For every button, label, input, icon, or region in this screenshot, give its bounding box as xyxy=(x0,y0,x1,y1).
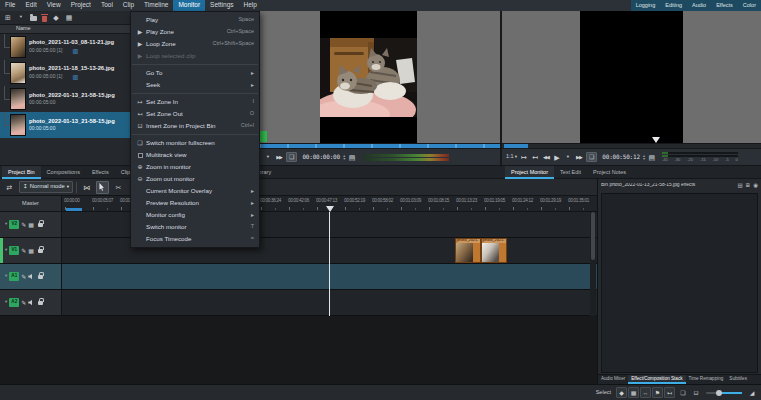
track-header-a1[interactable]: ▾A1✎ xyxy=(0,264,62,289)
view-mode-icon[interactable]: ▦ xyxy=(65,14,73,21)
menu-item-switch-monitor[interactable]: Switch monitorT xyxy=(131,221,259,233)
video-thumbnails-icon[interactable]: ▦ xyxy=(628,387,639,398)
set-zone-in-icon[interactable]: ↦ xyxy=(520,154,528,161)
spin-down-icon[interactable]: ▾ xyxy=(643,157,645,160)
expand-icon[interactable]: ◢ xyxy=(747,390,757,396)
switch-fullscreen-icon[interactable]: ❏ xyxy=(286,152,297,162)
spin-down-icon[interactable]: ▾ xyxy=(343,157,345,160)
add-clip-dropdown-icon[interactable]: ▾ xyxy=(17,15,25,20)
menu-item-switch-monitor-fullscreen[interactable]: ❏Switch monitor fullscreen xyxy=(131,137,259,149)
edit-mode-select[interactable]: ↧ Normal mode ▾ xyxy=(19,181,73,193)
monitor-zoom-select[interactable]: 1:1 ▾ xyxy=(506,154,517,160)
selection-tool-icon[interactable] xyxy=(96,181,109,194)
save-effect-stack-icon[interactable]: ▤ xyxy=(737,183,742,189)
tab-project-notes[interactable]: Project Notes xyxy=(587,166,632,179)
zoom-fit-project-icon[interactable]: ❏ xyxy=(678,390,688,396)
tab-project-bin[interactable]: Project Bin xyxy=(2,166,41,179)
fit-zoom-icon[interactable]: ↤ xyxy=(664,387,675,398)
snap-icon[interactable]: ⚑ xyxy=(652,387,663,398)
playhead-marker[interactable] xyxy=(326,206,334,212)
menu-item-focus-timecode[interactable]: Focus Timecode= xyxy=(131,233,259,245)
create-folder-icon[interactable] xyxy=(30,16,37,21)
workspace-tab-audio[interactable]: Audio xyxy=(687,0,711,11)
menubar-item-clip[interactable]: Clip xyxy=(118,0,139,11)
workspace-tab-effects[interactable]: Effects xyxy=(711,0,738,11)
tag-icon[interactable]: ◆ xyxy=(52,14,60,21)
razor-tool-icon[interactable]: ✂ xyxy=(112,181,125,194)
timeline-vertical-scrollbar[interactable] xyxy=(590,212,596,316)
ruler-label: 00:01:13:23 xyxy=(456,199,477,204)
tab-project-monitor[interactable]: Project Monitor xyxy=(505,166,554,179)
track-settings-icon[interactable]: ⇄ xyxy=(3,181,16,194)
tab-effects[interactable]: Effects xyxy=(86,166,115,179)
menu-item-seek[interactable]: Seek▸ xyxy=(131,79,259,91)
track-header-v1[interactable]: ▾V1✎▦ xyxy=(0,238,62,263)
audio-thumbnails-icon[interactable]: ↔ xyxy=(640,387,651,398)
switch-fullscreen-icon[interactable]: ❏ xyxy=(586,152,597,162)
menubar-item-view[interactable]: View xyxy=(42,0,66,11)
slider-handle[interactable] xyxy=(716,390,722,396)
tab-compositions[interactable]: Compositions xyxy=(41,166,86,179)
delete-clip-icon[interactable] xyxy=(42,16,47,22)
clip-monitor-timecode[interactable]: 00:00:00:00 xyxy=(302,154,340,160)
timecode-spinner[interactable]: ▴▾ xyxy=(643,154,645,160)
zoom-box-icon[interactable]: ⊡ xyxy=(691,390,701,396)
rewind-icon[interactable]: ◀◀ xyxy=(542,155,550,160)
menu-item-set-zone-in[interactable]: ↦Set Zone InI xyxy=(131,96,259,108)
menubar: FileEditViewProjectToolClipTimelineMonit… xyxy=(0,0,761,11)
tab-effect-composition-stack[interactable]: Effect/Composition Stack xyxy=(628,375,685,384)
ruler-label: 00:01:08:15 xyxy=(428,199,449,204)
menu-item-go-to[interactable]: Go To▸ xyxy=(131,67,259,79)
mix-clips-icon[interactable]: ⋈ xyxy=(80,181,93,194)
menubar-item-file[interactable]: File xyxy=(0,0,20,11)
timeline-clip[interactable]: photo_2021- xyxy=(481,238,507,263)
menu-item-monitor-config[interactable]: Monitor config▸ xyxy=(131,209,259,221)
timeline-zone[interactable] xyxy=(66,208,82,211)
project-monitor-timecode[interactable]: 00:00:50:12 xyxy=(602,154,640,160)
forward-icon[interactable]: ▶▶ xyxy=(575,155,583,160)
menubar-item-monitor[interactable]: Monitor xyxy=(173,0,205,11)
menubar-item-tool[interactable]: Tool xyxy=(96,0,118,11)
menu-item-set-zone-out[interactable]: ↤Set Zone OutO xyxy=(131,108,259,120)
timeline-clip[interactable]: photo_2021- xyxy=(455,238,481,263)
scrollbar-thumb[interactable] xyxy=(591,212,595,260)
workspace-tab-logging[interactable]: Logging xyxy=(631,0,661,11)
tab-audio-mixer[interactable]: Audio Mixer xyxy=(598,375,628,384)
set-zone-out-icon[interactable]: ↤ xyxy=(531,154,539,161)
show-markers-icon[interactable]: ◆ xyxy=(616,387,627,398)
workspace-tab-color[interactable]: Color xyxy=(738,0,761,11)
monitor-menu-icon[interactable]: ▤ xyxy=(348,154,356,161)
tab-subtitles[interactable]: Subtitles xyxy=(726,375,750,384)
menubar-item-timeline[interactable]: Timeline xyxy=(139,0,173,11)
play-icon[interactable]: ▶ xyxy=(553,154,561,161)
menubar-item-project[interactable]: Project xyxy=(66,0,96,11)
monitor-menu-icon[interactable]: ▤ xyxy=(648,154,656,161)
forward-icon[interactable]: ▶▶ xyxy=(275,155,283,160)
menu-item-play[interactable]: PlaySpace xyxy=(131,14,259,26)
effect-grid-icon[interactable]: ⊞ xyxy=(746,183,751,189)
menu-item-current-monitor-overlay[interactable]: Current Monitor Overlay▸ xyxy=(131,185,259,197)
tab-text-edit[interactable]: Text Edit xyxy=(554,166,587,179)
menu-item-multitrack-view[interactable]: Multitrack view xyxy=(131,149,259,161)
eye-icon[interactable]: ◉ xyxy=(753,183,758,189)
menubar-item-help[interactable]: Help xyxy=(239,0,262,11)
timeline-zoom-slider[interactable] xyxy=(706,388,742,398)
project-monitor[interactable] xyxy=(500,11,761,143)
track-header-v2[interactable]: ▾V2✎▦ xyxy=(0,212,62,237)
menubar-item-edit[interactable]: Edit xyxy=(20,0,41,11)
menubar-item-settings[interactable]: Settings xyxy=(205,0,239,11)
menu-item-zoom-out-monitor[interactable]: ⊖Zoom out monitor xyxy=(131,173,259,185)
menu-item-loop-zone[interactable]: ▶Loop ZoneCtrl+Shift+Space xyxy=(131,38,259,50)
menu-item-zoom-in-monitor[interactable]: ⊕Zoom in monitor xyxy=(131,161,259,173)
timecode-spinner[interactable]: ▴▾ xyxy=(343,154,345,160)
tab-time-remapping[interactable]: Time Remapping xyxy=(686,375,727,384)
track-header-a2[interactable]: ▾A2✎ xyxy=(0,290,62,315)
play-options-icon[interactable]: ▾ xyxy=(264,155,272,160)
play-options-icon[interactable]: ▾ xyxy=(564,155,572,160)
menu-item-preview-resolution[interactable]: Preview Resolution▸ xyxy=(131,197,259,209)
menu-item-insert-zone-in-project-bin[interactable]: ⊡Insert Zone in Project BinCtrl+I xyxy=(131,120,259,132)
master-effects-button[interactable]: Master xyxy=(0,196,62,212)
add-clip-icon[interactable]: ⊞ xyxy=(4,14,12,21)
menu-item-play-zone[interactable]: ▶Play ZoneCtrl+Space xyxy=(131,26,259,38)
workspace-tab-editing[interactable]: Editing xyxy=(660,0,687,11)
